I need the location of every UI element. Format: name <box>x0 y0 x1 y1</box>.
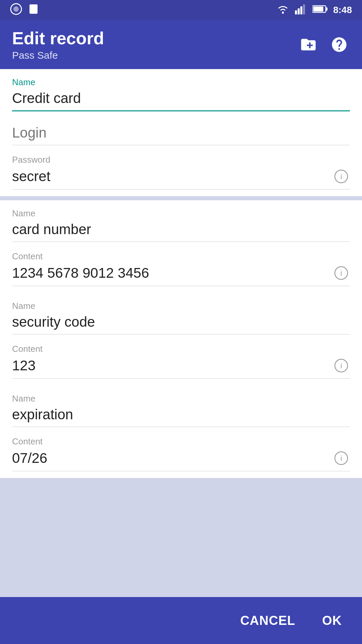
custom-fields-container: Name Content i Name Content <box>0 200 362 478</box>
status-bar-right: 8:48 <box>276 4 352 17</box>
custom-content-input-2[interactable] <box>12 450 333 466</box>
app-bar: Edit record Pass Safe <box>0 20 362 69</box>
sim-icon <box>27 3 40 17</box>
page-title: Edit record <box>12 28 104 48</box>
status-bar-left <box>10 3 40 17</box>
custom-content-input-0[interactable] <box>12 265 333 281</box>
svg-rect-2 <box>29 4 38 14</box>
custom-name-input-2[interactable] <box>12 407 350 427</box>
custom-info-button-2[interactable]: i <box>333 449 350 467</box>
svg-rect-9 <box>313 6 323 11</box>
svg-rect-4 <box>295 10 297 14</box>
custom-card-0: Name Content i <box>0 200 362 293</box>
login-input[interactable] <box>12 125 350 145</box>
custom-name-label-0: Name <box>12 208 350 219</box>
custom-name-input-0[interactable] <box>12 221 350 242</box>
cancel-button[interactable]: CANCEL <box>237 607 299 635</box>
custom-info-button-1[interactable]: i <box>333 357 350 374</box>
svg-rect-6 <box>300 6 302 14</box>
custom-card-1: Name Content i <box>0 293 362 385</box>
custom-name-input-1[interactable] <box>12 314 350 334</box>
battery-icon <box>312 4 328 16</box>
custom-card-2: Name Content i <box>0 385 362 478</box>
custom-info-button-0[interactable]: i <box>333 264 350 282</box>
password-info-button[interactable]: i <box>333 168 350 185</box>
scroll-content: Name Password i Name Content <box>0 69 362 597</box>
app-bar-title-area: Edit record Pass Safe <box>12 28 104 61</box>
svg-point-1 <box>13 6 19 12</box>
custom-content-wrap-0: i <box>12 264 350 286</box>
status-bar: 8:48 <box>0 0 362 20</box>
wifi-icon <box>276 4 290 16</box>
svg-rect-5 <box>298 8 300 14</box>
name-field-label: Name <box>12 77 350 88</box>
custom-name-label-1: Name <box>12 301 350 311</box>
help-button[interactable] <box>328 34 350 55</box>
custom-content-input-1[interactable] <box>12 358 333 374</box>
password-input[interactable] <box>12 168 333 184</box>
svg-point-3 <box>282 12 284 14</box>
svg-rect-10 <box>326 7 327 11</box>
svg-text:i: i <box>341 269 342 277</box>
custom-content-wrap-2: i <box>12 449 350 471</box>
custom-content-label-2: Content <box>12 436 350 447</box>
app-bar-actions <box>298 34 350 55</box>
svg-text:i: i <box>341 454 342 463</box>
app-subtitle: Pass Safe <box>12 50 104 61</box>
main-card: Name Password i <box>0 69 362 196</box>
custom-content-wrap-1: i <box>12 357 350 379</box>
custom-name-label-2: Name <box>12 393 350 404</box>
add-folder-button[interactable] <box>298 34 319 55</box>
custom-content-label-1: Content <box>12 344 350 354</box>
svg-text:i: i <box>341 362 342 370</box>
ok-button[interactable]: OK <box>319 607 345 635</box>
clock: 8:48 <box>333 5 352 15</box>
password-field-label: Password <box>12 155 350 165</box>
custom-content-label-0: Content <box>12 251 350 262</box>
password-field-wrap: i <box>12 168 350 190</box>
login-field-wrap <box>12 125 350 145</box>
name-input[interactable] <box>12 90 350 111</box>
circle-icon <box>10 3 22 17</box>
svg-text:i: i <box>341 172 342 181</box>
svg-rect-7 <box>303 4 305 14</box>
signal-icon <box>295 4 307 17</box>
bottom-bar: CANCEL OK <box>0 597 362 644</box>
